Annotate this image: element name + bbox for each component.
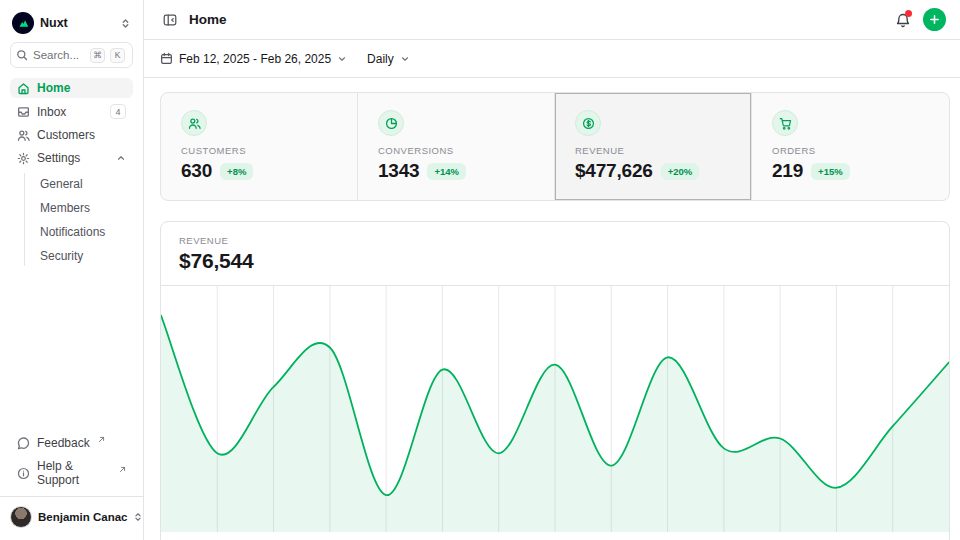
calendar-icon [160,52,173,65]
chart-header: REVENUE $76,544 [161,222,949,286]
topbar: Home [144,0,960,40]
stat-value: 219 [772,160,803,182]
stats-group: CUSTOMERS 630 +8% CONVERSIONS 1343 +14% [160,92,950,201]
stat-label: REVENUE [575,145,731,156]
date-range-label: Feb 12, 2025 - Feb 26, 2025 [179,52,331,66]
sidebar-item-members[interactable]: Members [36,197,133,218]
external-link-icon [119,466,126,473]
chevron-down-icon [400,54,410,64]
chevron-down-icon [337,54,347,64]
kbd-k: K [110,48,125,63]
plus-icon [929,14,940,25]
stat-delta-badge: +8% [220,163,253,180]
search-icon [16,49,28,61]
sidebar-nav: Home Inbox 4 Customers Settings [10,78,133,266]
user-menu[interactable]: Benjamin Canac [0,496,143,530]
nuxt-logo-icon [12,12,34,34]
circle-dollar-icon [575,110,601,136]
inbox-icon [17,105,30,118]
stat-delta-badge: +20% [661,163,700,180]
user-name: Benjamin Canac [38,511,127,523]
stat-label: CUSTOMERS [181,145,337,156]
sidebar-item-inbox[interactable]: Inbox 4 [10,101,133,122]
chevron-up-icon [116,153,126,163]
notifications-button[interactable] [895,12,911,28]
sidebar-spacer [10,266,133,433]
sidebar-item-security[interactable]: Security [36,245,133,266]
info-circle-icon [17,467,30,480]
main-area: Home Feb 12, 2025 - Feb 26, 2025 [144,0,960,540]
stat-delta-badge: +14% [427,163,466,180]
add-button[interactable] [923,8,946,31]
sidebar-footer-nav: Feedback Help & Support [10,433,133,490]
users-icon [181,110,207,136]
sidebar-item-help-support[interactable]: Help & Support [10,456,133,490]
sidebar-item-label: Help & Support [37,459,111,487]
sidebar-item-label: Inbox [37,105,66,119]
stat-value: $477,626 [575,160,653,182]
message-bubble-icon [17,437,30,450]
chart-title: REVENUE [179,235,931,246]
dashboard-content: CUSTOMERS 630 +8% CONVERSIONS 1343 +14% [144,78,960,540]
chevrons-up-down-icon [133,512,143,522]
period-select[interactable]: Daily [367,52,410,66]
period-label: Daily [367,52,394,66]
search-field[interactable] [33,49,85,61]
sidebar-item-notifications[interactable]: Notifications [36,221,133,242]
settings-sub-list: General Members Notifications Security [24,173,133,266]
chart-current-value: $76,544 [179,249,931,273]
gear-icon [17,152,30,165]
sidebar-item-customers[interactable]: Customers [10,125,133,145]
chevrons-up-down-icon [120,18,131,29]
stat-value: 630 [181,160,212,182]
stat-card-orders[interactable]: ORDERS 219 +15% [752,93,949,200]
notification-dot [905,10,912,17]
stat-card-customers[interactable]: CUSTOMERS 630 +8% [161,93,358,200]
revenue-chart-card: REVENUE $76,544 14 Feb16 Feb18 Feb20 Feb… [160,221,950,540]
user-avatar [10,506,32,528]
sidebar-item-home[interactable]: Home [10,78,133,98]
revenue-area-chart[interactable]: 14 Feb16 Feb18 Feb20 Feb22 Feb24 Feb [161,286,949,540]
date-range-button[interactable]: Feb 12, 2025 - Feb 26, 2025 [160,52,347,66]
sidebar: Nuxt ⌘ K Home Inb [0,0,144,540]
app-window: Nuxt ⌘ K Home Inb [0,0,960,540]
sidebar-item-label: Settings [37,151,80,165]
page-title: Home [189,12,227,27]
sidebar-item-general[interactable]: General [36,173,133,194]
users-icon [17,129,30,142]
stat-delta-badge: +15% [811,163,850,180]
inbox-count-badge: 4 [110,104,126,119]
topbar-actions [895,8,946,31]
workspace-switcher[interactable]: Nuxt [10,8,133,42]
stat-value: 1343 [378,160,419,182]
sidebar-item-feedback[interactable]: Feedback [10,433,133,453]
sidebar-item-label: Home [37,81,70,95]
pie-chart-icon [378,110,404,136]
home-icon [17,82,30,95]
workspace-name: Nuxt [40,16,68,30]
sidebar-item-label: Feedback [37,436,90,450]
sidebar-item-settings[interactable]: Settings [10,148,133,168]
shopping-cart-icon [772,110,798,136]
filter-toolbar: Feb 12, 2025 - Feb 26, 2025 Daily [144,40,960,78]
search-input[interactable]: ⌘ K [10,42,133,68]
sidebar-collapse-button[interactable] [160,10,180,30]
stat-label: CONVERSIONS [378,145,534,156]
kbd-cmd: ⌘ [90,48,105,63]
stat-label: ORDERS [772,145,929,156]
sidebar-item-label: Customers [37,128,95,142]
stat-card-conversions[interactable]: CONVERSIONS 1343 +14% [358,93,555,200]
external-link-icon [98,436,105,443]
stat-card-revenue[interactable]: REVENUE $477,626 +20% [555,93,752,200]
